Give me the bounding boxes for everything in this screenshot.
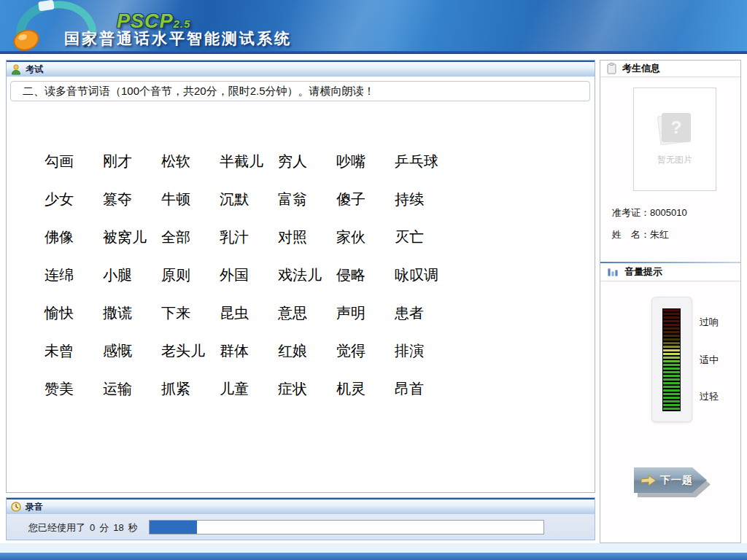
word-item: 群体 bbox=[220, 341, 278, 361]
word-item: 篡夺 bbox=[103, 190, 161, 209]
word-row: 赞美运输抓紧儿童症状机灵昂首 bbox=[44, 370, 453, 408]
word-row: 少女篡夺牛顿沉默富翁傻子持续 bbox=[44, 180, 453, 218]
word-item: 下来 bbox=[161, 303, 220, 323]
word-row: 佛像被窝儿全部乳汁对照家伙灭亡 bbox=[44, 218, 453, 256]
ticket-label: 准考证： bbox=[612, 207, 650, 218]
app-title: 国家普通话水平智能测试系统 bbox=[64, 28, 292, 49]
word-item: 运输 bbox=[103, 379, 161, 399]
exam-panel-title: 考试 bbox=[26, 63, 43, 76]
word-item: 戏法儿 bbox=[278, 265, 336, 285]
name-line: 姓 名：朱红 bbox=[612, 228, 669, 241]
ticket-number-line: 准考证：8005010 bbox=[612, 206, 687, 219]
time-seconds-unit: 秒 bbox=[128, 522, 138, 533]
word-row: 勾画刚才松软半截儿穷人吵嘴乒乓球 bbox=[44, 142, 453, 180]
app-window: PSCP2.5 国家普通话水平智能测试系统 考试 二、读多音节词语（100个音节… bbox=[0, 0, 747, 560]
word-item: 儿童 bbox=[220, 379, 278, 399]
header-separator bbox=[0, 51, 747, 54]
word-item: 家伙 bbox=[336, 228, 395, 247]
app-header: PSCP2.5 国家普通话水平智能测试系统 bbox=[0, 0, 747, 51]
name-value: 朱红 bbox=[650, 229, 669, 240]
recording-progress-fill bbox=[150, 521, 197, 534]
exam-panel: 考试 二、读多音节词语（100个音节，共20分，限时2.5分钟）。请横向朗读！ … bbox=[6, 60, 595, 493]
word-item: 沉默 bbox=[220, 190, 278, 209]
candidate-sidebar: 考生信息 ? 暂无图片 准考证：8005010 姓 名：朱红 音量提示 bbox=[600, 60, 741, 543]
word-item: 原则 bbox=[161, 265, 220, 285]
recording-panel-header: 录音 bbox=[7, 498, 595, 514]
word-item: 傻子 bbox=[336, 190, 395, 209]
ticket-value: 8005010 bbox=[650, 207, 687, 218]
elapsed-time-text: 您已经使用了0分18秒 bbox=[28, 521, 142, 534]
instruction-text: 二、读多音节词语（100个音节，共20分，限时2.5分钟）。请横向朗读！ bbox=[10, 81, 590, 101]
name-label: 姓 名： bbox=[612, 229, 650, 240]
word-item: 患者 bbox=[395, 303, 453, 323]
word-item: 外国 bbox=[220, 265, 278, 285]
word-item: 勾画 bbox=[44, 152, 103, 171]
word-row: 愉快撒谎下来昆虫意思声明患者 bbox=[44, 294, 453, 332]
recording-panel: 录音 您已经使用了0分18秒 bbox=[6, 497, 595, 540]
word-item: 牛顿 bbox=[161, 190, 220, 209]
word-item: 乳汁 bbox=[220, 228, 278, 247]
word-item: 症状 bbox=[278, 379, 336, 399]
word-item: 咏叹调 bbox=[395, 265, 453, 285]
word-item: 乒乓球 bbox=[395, 152, 453, 171]
word-item: 全部 bbox=[161, 228, 220, 247]
footer-band bbox=[0, 543, 747, 553]
word-item: 对照 bbox=[278, 228, 336, 247]
word-item: 愉快 bbox=[44, 303, 103, 323]
word-item: 抓紧 bbox=[161, 379, 220, 399]
exam-panel-header: 考试 bbox=[7, 61, 595, 77]
volume-section-header: 音量提示 bbox=[600, 263, 740, 281]
bar-chart-icon bbox=[607, 267, 619, 277]
volume-meter-panel bbox=[651, 297, 692, 422]
time-minutes-unit: 分 bbox=[99, 522, 109, 533]
recording-panel-title: 录音 bbox=[26, 501, 43, 513]
word-item: 机灵 bbox=[336, 379, 395, 399]
candidate-photo-placeholder: ? 暂无图片 bbox=[633, 88, 716, 191]
word-item: 被窝儿 bbox=[103, 228, 161, 247]
next-button-label: 下一题 bbox=[660, 474, 693, 487]
word-item: 松软 bbox=[161, 152, 220, 171]
word-item: 昆虫 bbox=[220, 303, 278, 323]
candidate-info-header: 考生信息 bbox=[600, 61, 740, 77]
word-item: 赞美 bbox=[44, 379, 103, 399]
word-item: 刚才 bbox=[103, 152, 161, 171]
word-item: 声明 bbox=[336, 303, 395, 323]
time-minutes: 0 bbox=[90, 522, 95, 533]
no-image-label: 暂无图片 bbox=[634, 154, 716, 166]
word-item: 昂首 bbox=[395, 379, 453, 399]
word-item: 未曾 bbox=[44, 341, 103, 361]
word-item: 持续 bbox=[395, 190, 453, 209]
arrow-right-icon bbox=[640, 475, 657, 486]
word-item: 富翁 bbox=[278, 190, 336, 209]
recording-content: 您已经使用了0分18秒 bbox=[7, 514, 595, 540]
word-grid: 勾画刚才松软半截儿穷人吵嘴乒乓球少女篡夺牛顿沉默富翁傻子持续佛像被窝儿全部乳汁对… bbox=[44, 142, 453, 408]
volume-label-quiet: 过轻 bbox=[700, 390, 719, 403]
word-item: 灭亡 bbox=[395, 228, 453, 247]
volume-label-loud: 过响 bbox=[700, 316, 719, 329]
volume-label-moderate: 适中 bbox=[700, 354, 719, 367]
volume-section-title: 音量提示 bbox=[624, 265, 662, 279]
word-item: 侵略 bbox=[336, 265, 395, 285]
word-item: 老头儿 bbox=[161, 341, 220, 361]
word-item: 感慨 bbox=[103, 341, 161, 361]
examinee-icon bbox=[11, 64, 21, 75]
word-item: 红娘 bbox=[278, 341, 336, 361]
word-item: 意思 bbox=[278, 303, 336, 323]
word-item: 觉得 bbox=[336, 341, 395, 361]
candidate-info-title: 考生信息 bbox=[622, 62, 660, 75]
word-item: 撒谎 bbox=[103, 303, 161, 323]
word-item: 穷人 bbox=[278, 152, 336, 171]
no-image-icon: ? bbox=[662, 113, 691, 142]
clipboard-icon bbox=[607, 63, 616, 74]
recording-progress-bar bbox=[149, 520, 544, 534]
next-question-button[interactable]: 下一题 bbox=[634, 467, 707, 493]
word-item: 少女 bbox=[44, 190, 103, 209]
word-item: 连绵 bbox=[44, 265, 103, 285]
word-item: 佛像 bbox=[44, 228, 103, 247]
word-item: 排演 bbox=[395, 341, 453, 361]
word-row: 未曾感慨老头儿群体红娘觉得排演 bbox=[44, 332, 453, 370]
word-item: 小腿 bbox=[103, 265, 161, 285]
word-item: 吵嘴 bbox=[336, 152, 395, 171]
time-seconds: 18 bbox=[113, 522, 123, 533]
footer-strip bbox=[0, 553, 747, 560]
